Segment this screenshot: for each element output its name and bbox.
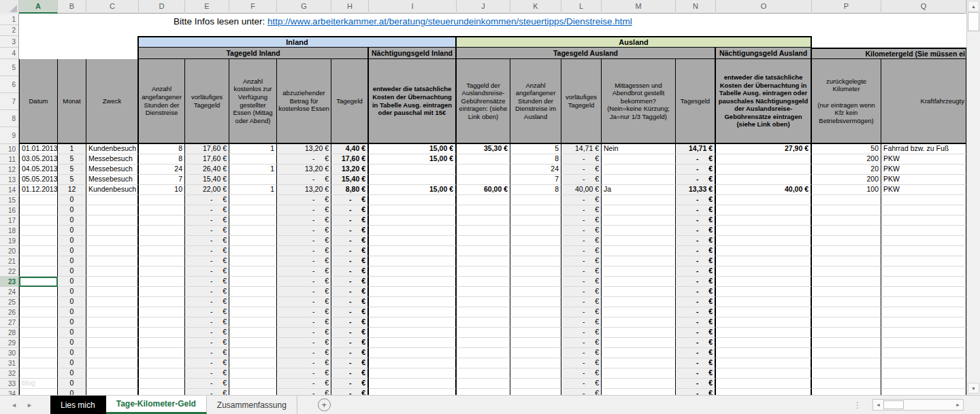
cell-B17[interactable]: 0: [58, 215, 86, 226]
cell-H34[interactable]: - €: [331, 389, 369, 395]
cell-H15[interactable]: - €: [331, 195, 369, 205]
cell-D23[interactable]: [139, 277, 185, 287]
cell-I25[interactable]: [369, 297, 457, 307]
add-sheet-button[interactable]: +: [318, 398, 331, 411]
cell-G29[interactable]: - €: [277, 338, 331, 348]
cell-H18[interactable]: - €: [331, 226, 369, 236]
cell-L31[interactable]: - €: [561, 358, 602, 368]
cell-I28[interactable]: [369, 328, 457, 338]
cell-D22[interactable]: [139, 266, 185, 277]
row-header-32[interactable]: 32: [0, 368, 18, 379]
row-header-16[interactable]: 16: [0, 205, 18, 215]
cell-L28[interactable]: - €: [561, 328, 602, 338]
cell-L34[interactable]: - €: [561, 389, 602, 395]
cell-N17[interactable]: - €: [676, 215, 716, 226]
cell-L19[interactable]: - €: [561, 236, 602, 246]
cell-K24[interactable]: [510, 287, 561, 297]
cell-N33[interactable]: - €: [676, 379, 716, 389]
cell-J26[interactable]: [457, 307, 510, 317]
column-header-J[interactable]: J: [457, 0, 510, 14]
cell-G10[interactable]: 13,20 €: [277, 144, 331, 154]
cell-Q32[interactable]: [881, 368, 966, 379]
cell-G20[interactable]: - €: [277, 246, 331, 256]
cell-H25[interactable]: - €: [331, 297, 369, 307]
row-header-12[interactable]: 12: [0, 165, 18, 175]
tab-scroll-right-icon[interactable]: ►: [27, 402, 33, 409]
cell-C15[interactable]: [86, 195, 139, 205]
column-header-A[interactable]: A: [19, 0, 58, 14]
cell-P23[interactable]: [812, 277, 881, 287]
cell-D31[interactable]: [139, 358, 185, 368]
cell-F33[interactable]: [229, 379, 277, 389]
row-header-13[interactable]: 13: [0, 175, 18, 185]
cell-H24[interactable]: - €: [331, 287, 369, 297]
cell-D25[interactable]: [139, 297, 185, 307]
cell-B24[interactable]: 0: [58, 287, 86, 297]
cell-B14[interactable]: 12: [58, 185, 86, 195]
cell-M17[interactable]: [602, 215, 676, 226]
cell-Q13[interactable]: PKW: [881, 175, 966, 185]
cell-J11[interactable]: [457, 154, 510, 165]
cell-E30[interactable]: - €: [185, 348, 229, 358]
cell-I26[interactable]: [369, 307, 457, 317]
cell-F25[interactable]: [229, 297, 277, 307]
cell-K31[interactable]: [510, 358, 561, 368]
cell-E27[interactable]: - €: [185, 317, 229, 328]
cell-H19[interactable]: - €: [331, 236, 369, 246]
cell-H14[interactable]: 8,80 €: [331, 185, 369, 195]
cell-J18[interactable]: [457, 226, 510, 236]
cell-Q33[interactable]: [881, 379, 966, 389]
cell-G31[interactable]: - €: [277, 358, 331, 368]
cell-P30[interactable]: [812, 348, 881, 358]
cell-Q20[interactable]: [881, 246, 966, 256]
cell-L30[interactable]: - €: [561, 348, 602, 358]
row-header-24[interactable]: 24: [0, 287, 18, 297]
cell-B15[interactable]: 0: [58, 195, 86, 205]
row-header-7[interactable]: 7: [0, 93, 18, 110]
cell-J23[interactable]: [457, 277, 510, 287]
cell-H12[interactable]: 13,20 €: [331, 165, 369, 175]
row-header-28[interactable]: 28: [0, 328, 18, 338]
cell-N19[interactable]: - €: [676, 236, 716, 246]
cell-H13[interactable]: 15,40 €: [331, 175, 369, 185]
cell-M31[interactable]: [602, 358, 676, 368]
cell-I29[interactable]: [369, 338, 457, 348]
cell-E10[interactable]: 17,60 €: [185, 144, 229, 154]
cell-L29[interactable]: - €: [561, 338, 602, 348]
cell-F29[interactable]: [229, 338, 277, 348]
cell-N10[interactable]: 14,71 €: [676, 144, 716, 154]
cell-B23[interactable]: 0: [58, 277, 86, 287]
cell-I14[interactable]: 15,00 €: [369, 185, 457, 195]
column-header-I[interactable]: I: [369, 0, 457, 14]
cell-H28[interactable]: - €: [331, 328, 369, 338]
cell-C24[interactable]: [86, 287, 139, 297]
cell-D28[interactable]: [139, 328, 185, 338]
cell-N15[interactable]: - €: [676, 195, 716, 205]
cell-A21[interactable]: [19, 256, 58, 266]
cell-L14[interactable]: 40,00 €: [561, 185, 602, 195]
tab-scroll-left-icon[interactable]: ◄: [11, 402, 17, 409]
cell-Q31[interactable]: [881, 358, 966, 368]
cell-P28[interactable]: [812, 328, 881, 338]
cell-K32[interactable]: [510, 368, 561, 379]
cell-L32[interactable]: - €: [561, 368, 602, 379]
column-header-M[interactable]: M: [602, 0, 676, 14]
row-header-26[interactable]: 26: [0, 307, 18, 317]
cell-D16[interactable]: [139, 205, 185, 215]
col-desc-E[interactable]: vorläufiges Tagegeld: [185, 59, 229, 144]
cell-C27[interactable]: [86, 317, 139, 328]
cell-M14[interactable]: Ja: [602, 185, 676, 195]
cell-L15[interactable]: - €: [561, 195, 602, 205]
cell-B31[interactable]: 0: [58, 358, 86, 368]
cell-E12[interactable]: 26,40 €: [185, 165, 229, 175]
cell-C21[interactable]: [86, 256, 139, 266]
cell-M12[interactable]: [602, 165, 676, 175]
cell-E31[interactable]: - €: [185, 358, 229, 368]
cell-A15[interactable]: [19, 195, 58, 205]
cell-D24[interactable]: [139, 287, 185, 297]
cell-A20[interactable]: [19, 246, 58, 256]
col-desc-H[interactable]: Tagegeld: [331, 59, 369, 144]
cell-J27[interactable]: [457, 317, 510, 328]
cell-J33[interactable]: [457, 379, 510, 389]
cell-N18[interactable]: - €: [676, 226, 716, 236]
